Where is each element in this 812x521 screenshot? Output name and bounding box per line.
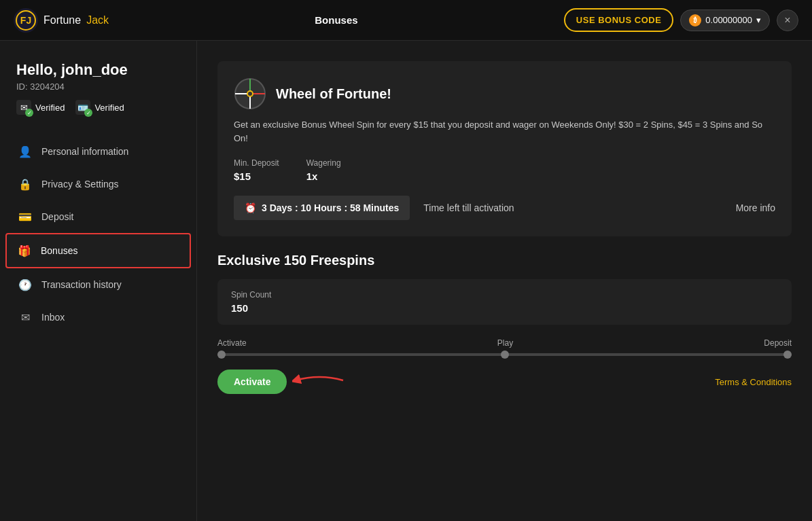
use-bonus-button[interactable]: USE BONUS CODE [564, 8, 673, 32]
inbox-icon: ✉ [18, 310, 32, 324]
timer-value: 3 Days : 10 Hours : 58 Minutes [262, 202, 399, 213]
sidebar-item-label-personal-info: Personal information [41, 146, 128, 157]
lock-icon: 🔒 [18, 177, 32, 191]
chevron-down-icon: ▾ [756, 15, 761, 25]
wheel-of-fortune-icon [234, 77, 266, 110]
header: FJ FortuneJack Bonuses USE BONUS CODE ₿ … [0, 0, 812, 41]
red-arrow-icon [292, 370, 347, 391]
wagering-label: Wagering [306, 158, 341, 168]
main-layout: Hello, john_doe ID: 3204204 ✉ ✓ Verified… [0, 41, 812, 521]
close-icon: × [784, 14, 790, 26]
sidebar-item-bonuses[interactable]: 🎁 Bonuses [5, 233, 191, 268]
email-icon: ✉ ✓ [16, 100, 31, 115]
more-info-link[interactable]: More info [736, 202, 775, 213]
nav-bonuses: Bonuses [315, 14, 357, 26]
progress-dot-mid [501, 351, 509, 359]
btc-icon: ₿ [689, 14, 701, 26]
logo[interactable]: FJ FortuneJack [14, 8, 109, 33]
user-greeting-text: Hello, john_doe [16, 61, 180, 79]
activate-row: Activate Terms & Conditions [217, 370, 792, 394]
progress-label-activate: Activate [217, 338, 247, 348]
deposit-icon: 💳 [18, 210, 32, 223]
progress-dot-end [783, 351, 792, 359]
sidebar-item-label-inbox: Inbox [41, 312, 65, 323]
arrow-indicator [292, 370, 347, 393]
balance-button[interactable]: ₿ 0.00000000 ▾ [680, 10, 770, 31]
min-deposit-label: Min. Deposit [234, 158, 279, 168]
balance-value: 0.00000000 [705, 15, 752, 25]
user-greeting: Hello, john_doe ID: 3204204 ✉ ✓ Verified… [0, 61, 196, 128]
logo-jack-text: Jack [86, 14, 109, 26]
user-id: ID: 3204204 [16, 82, 180, 92]
min-deposit-stat: Min. Deposit $15 [234, 158, 279, 182]
verified-label-2: Verified [94, 103, 124, 113]
sidebar-item-deposit[interactable]: 💳 Deposit [0, 200, 196, 233]
sidebar-item-label-deposit: Deposit [41, 211, 73, 222]
id-verified-badge: 🪪 ✓ Verified [75, 100, 124, 115]
wheel-description: Get an exclusive Bonus Wheel Spin for ev… [234, 118, 775, 145]
logo-icon: FJ [14, 8, 38, 33]
sidebar-item-label-transaction-history: Transaction history [41, 279, 122, 290]
progress-bar [217, 353, 792, 356]
activate-button[interactable]: Activate [217, 370, 287, 394]
sidebar-nav: 👤 Personal information 🔒 Privacy & Setti… [0, 135, 196, 334]
time-left-label: Time left till activation [423, 202, 514, 213]
sidebar-item-label-privacy-settings: Privacy & Settings [41, 179, 119, 190]
clock-icon: ⏰ [245, 202, 256, 213]
terms-conditions-link[interactable]: Terms & Conditions [715, 377, 792, 387]
wheel-card-header: Wheel of Fortune! [234, 77, 775, 110]
wagering-stat: Wagering 1x [306, 158, 341, 182]
freespins-title: Exclusive 150 Freespins [217, 253, 792, 268]
bonus-stats: Min. Deposit $15 Wagering 1x [234, 158, 775, 182]
sidebar-item-personal-info[interactable]: 👤 Personal information [0, 135, 196, 168]
person-icon: 👤 [18, 145, 32, 158]
verified-check-1: ✓ [25, 109, 33, 117]
sidebar-item-privacy-settings[interactable]: 🔒 Privacy & Settings [0, 168, 196, 200]
verified-label-1: Verified [35, 103, 65, 113]
wheel-of-fortune-card: Wheel of Fortune! Get an exclusive Bonus… [217, 61, 792, 236]
freespins-section: Exclusive 150 Freespins Spin Count 150 A… [217, 253, 792, 394]
spin-count-value: 150 [231, 302, 778, 314]
progress-label-deposit: Deposit [764, 338, 792, 348]
min-deposit-value: $15 [234, 170, 279, 182]
sidebar-item-inbox[interactable]: ✉ Inbox [0, 301, 196, 334]
timer-badge: ⏰ 3 Days : 10 Hours : 58 Minutes [234, 196, 410, 220]
wheel-title: Wheel of Fortune! [276, 86, 391, 102]
verified-badges: ✉ ✓ Verified 🪪 ✓ Verified [16, 100, 180, 115]
spin-count-label: Spin Count [231, 290, 778, 300]
close-button[interactable]: × [777, 10, 798, 31]
verified-check-2: ✓ [84, 109, 92, 117]
email-verified-badge: ✉ ✓ Verified [16, 100, 65, 115]
sidebar: Hello, john_doe ID: 3204204 ✉ ✓ Verified… [0, 41, 197, 521]
header-right: USE BONUS CODE ₿ 0.00000000 ▾ × [564, 8, 798, 32]
progress-label-play: Play [497, 338, 513, 348]
svg-point-5 [248, 92, 252, 96]
progress-labels: Activate Play Deposit [217, 338, 792, 348]
progress-dot-start [217, 351, 226, 359]
progress-container: Activate Play Deposit [217, 338, 792, 356]
sidebar-item-transaction-history[interactable]: 🕐 Transaction history [0, 268, 196, 301]
svg-text:FJ: FJ [20, 15, 31, 26]
gift-icon: 🎁 [18, 244, 31, 257]
id-icon: 🪪 ✓ [75, 100, 90, 115]
spin-count-box: Spin Count 150 [217, 279, 792, 325]
history-icon: 🕐 [18, 278, 32, 291]
logo-fortune-text: Fortune [43, 14, 81, 26]
wagering-value: 1x [306, 170, 341, 182]
timer-row: ⏰ 3 Days : 10 Hours : 58 Minutes Time le… [234, 196, 775, 220]
sidebar-item-label-bonuses: Bonuses [41, 245, 77, 256]
main-content: Wheel of Fortune! Get an exclusive Bonus… [197, 41, 812, 521]
